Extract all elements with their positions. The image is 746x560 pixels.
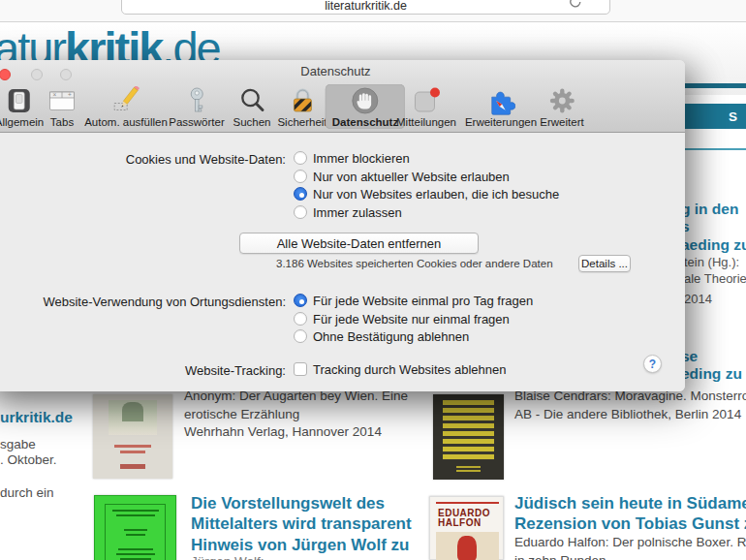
- tracking-label: Website-Tracking:: [0, 363, 286, 378]
- article-augarten-text: Anonym: Der Augarten bey Wien. Eine erot…: [184, 388, 408, 442]
- book-cover-halfon[interactable]: EDUARDO HALFON: [429, 496, 504, 560]
- article-text-fragment: 2014: [684, 292, 712, 306]
- reload-icon[interactable]: [569, 0, 582, 9]
- radio-icon[interactable]: [294, 205, 307, 219]
- article-link-fragment[interactable]: aeding zu: [681, 236, 746, 254]
- radio-ohne-bestaetigung[interactable]: Ohne Bestätigung ablehnen: [294, 328, 469, 344]
- article-link-fragment[interactable]: g in den: [681, 201, 738, 218]
- article-mittelalter-teaser: Jürgen Wolf: …: [191, 554, 462, 560]
- cookies-label: Cookies und Website-Daten:: [0, 152, 286, 167]
- general-switch-icon: [5, 86, 34, 115]
- notifications-icon: [412, 86, 441, 115]
- radio-aktuelle-website[interactable]: Nur von aktueller Website erlauben: [294, 169, 510, 184]
- privacy-hand-icon: [351, 86, 380, 115]
- article-link-fragment[interactable]: eding zu: [681, 365, 742, 383]
- url-text: literaturkritik.de: [325, 0, 407, 13]
- tab-autofill[interactable]: Autom. ausfüllen: [78, 84, 174, 129]
- sidebar-text-fragment: durch ein: [0, 485, 54, 500]
- details-button[interactable]: Details ...: [578, 255, 631, 272]
- radio-nur-einmal[interactable]: Für jede Website nur einmal fragen: [294, 311, 510, 327]
- book-cover-augarten[interactable]: [93, 394, 172, 479]
- article-halfon-text: Eduardo Halfon: Der polnische Boxer. Ro …: [514, 534, 746, 560]
- location-label: Website-Verwendung von Ortungsdiensten:: [0, 295, 286, 309]
- preferences-dialog: Datenschutz Allgemein × + Ta: [0, 60, 685, 391]
- radio-besuchte-websites[interactable]: Nur von Websites erlauben, die ich besuc…: [294, 186, 559, 202]
- tab-extensions[interactable]: Erweiterungen: [458, 84, 544, 129]
- article-moravagine-text: Blaise Cendrars: Moravagine. Monsterrom …: [514, 388, 746, 423]
- url-field[interactable]: literaturkritik.de: [121, 0, 610, 15]
- radio-icon[interactable]: [294, 329, 307, 343]
- book-cover-mittelalter[interactable]: [94, 495, 176, 560]
- browser-toolbar: literaturkritik.de: [0, 0, 746, 22]
- preferences-toolbar: Allgemein × + Tabs: [0, 81, 685, 133]
- cover-image: [436, 532, 499, 560]
- tab-advanced[interactable]: Erweitert: [533, 84, 590, 129]
- tracking-checkbox[interactable]: [294, 362, 307, 376]
- radio-icon[interactable]: [294, 312, 307, 326]
- cover-author-text: EDUARDO HALFON: [438, 509, 490, 528]
- svg-text:+: +: [68, 91, 72, 98]
- tab-security[interactable]: Sicherheit: [270, 84, 333, 129]
- article-text-fragment: tein (Hg.):: [684, 255, 739, 269]
- help-button[interactable]: ?: [643, 355, 662, 373]
- sidebar-link-fragment[interactable]: urkritik.de: [0, 409, 73, 426]
- security-lock-icon: [288, 86, 317, 115]
- tracking-checkbox-row[interactable]: Tracking durch Websites ablehnen: [294, 361, 506, 377]
- search-button-label[interactable]: S: [729, 109, 737, 124]
- svg-text:×: ×: [53, 91, 57, 98]
- remove-website-data-button[interactable]: Alle Website-Daten entfernen: [239, 233, 479, 254]
- dialog-title: Datenschutz: [0, 64, 685, 78]
- screen: literaturkritik.de aturkritik.de S g in …: [0, 0, 746, 560]
- tabs-window-icon: × +: [47, 86, 77, 115]
- article-mittelalter-headline[interactable]: Die Vorstellungswelt des Mittelalters wi…: [191, 493, 412, 555]
- advanced-gear-icon: [547, 86, 576, 115]
- radio-einmal-pro-tag[interactable]: Für jede Website einmal pro Tag fragen: [294, 293, 533, 308]
- cover-image: [443, 400, 494, 460]
- article-halfon-headline[interactable]: Jüdisch sein heute in Südamerika Rezensi…: [514, 493, 746, 535]
- radio-icon-selected[interactable]: [294, 294, 307, 307]
- cover-image-arch: [122, 402, 143, 421]
- tab-notifications[interactable]: Mitteilungen: [389, 84, 463, 129]
- radio-immer-blockieren[interactable]: Immer blockieren: [294, 150, 410, 166]
- radio-icon-selected[interactable]: [294, 187, 307, 201]
- radio-icon[interactable]: [294, 170, 307, 183]
- search-magnifier-icon: [237, 86, 266, 115]
- passwords-key-icon: [182, 86, 211, 115]
- storage-info-text: 3.186 Websites speicherten Cookies oder …: [276, 258, 553, 269]
- sidebar-text-fragment: . Oktober.: [0, 452, 57, 467]
- dialog-titlebar[interactable]: Datenschutz: [0, 60, 685, 81]
- autofill-pencil-icon: [111, 86, 140, 115]
- radio-immer-zulassen[interactable]: Immer zulassen: [294, 204, 402, 220]
- radio-icon[interactable]: [294, 151, 307, 165]
- privacy-pane: Cookies und Website-Daten: Immer blockie…: [0, 133, 685, 391]
- tab-passwords[interactable]: Passwörter: [162, 84, 232, 129]
- article-text-fragment: ale Theorien: [684, 271, 746, 286]
- sidebar-text-fragment: sgabe: [0, 437, 36, 451]
- book-cover-moravagine[interactable]: [433, 394, 504, 480]
- extensions-puzzle-icon: [486, 86, 515, 115]
